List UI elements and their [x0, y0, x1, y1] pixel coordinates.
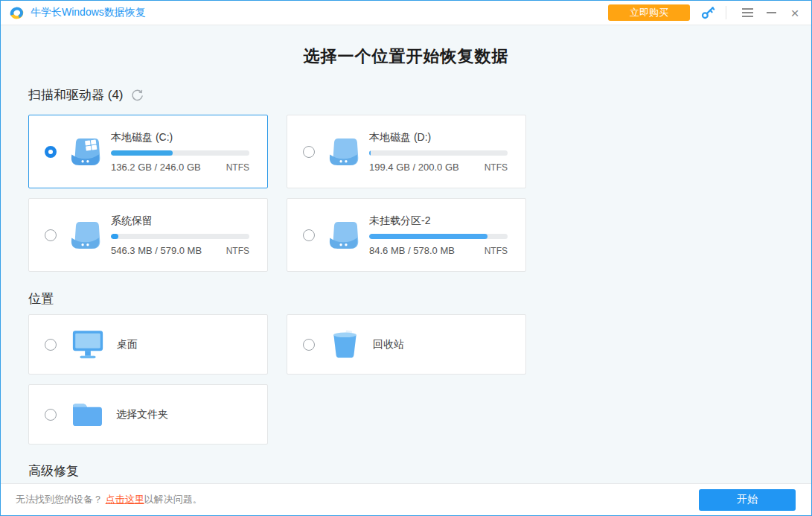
- section-locations: 位置 桌面: [28, 291, 784, 445]
- help-question: 无法找到您的设备？: [16, 494, 103, 505]
- refresh-drives-button[interactable]: [131, 89, 144, 102]
- device-help-text: 无法找到您的设备？ 点击这里以解决问题。: [16, 493, 202, 506]
- capacity-bar: [111, 150, 249, 156]
- location-label: 回收站: [373, 338, 404, 351]
- location-card-grid: 桌面 回收站: [28, 314, 784, 445]
- radio-drive-c[interactable]: [45, 146, 57, 158]
- radio-select-folder[interactable]: [45, 409, 57, 421]
- app-title: 牛学长Windows数据恢复: [31, 6, 146, 19]
- filesystem-label: NTFS: [485, 246, 508, 256]
- drive-card-grid: 本地磁盘 (C:) 136.2 GB / 246.0 GB NTFS: [28, 115, 784, 272]
- drive-size: 546.3 MB / 579.0 MB: [111, 245, 202, 256]
- close-icon: ×: [790, 6, 799, 20]
- radio-unmounted-partition-2[interactable]: [303, 229, 315, 241]
- drive-size: 136.2 GB / 246.0 GB: [111, 162, 201, 173]
- minimize-button[interactable]: [761, 4, 781, 22]
- filesystem-label: NTFS: [226, 246, 249, 256]
- drive-name: 系统保留: [111, 214, 249, 228]
- location-card-select-folder[interactable]: 选择文件夹: [28, 384, 268, 445]
- page-title: 选择一个位置开始恢复数据: [28, 45, 784, 68]
- main-content: 选择一个位置开始恢复数据 扫描和驱动器 (4): [1, 25, 811, 483]
- titlebar: 牛学长Windows数据恢复 立即购买: [1, 1, 811, 25]
- help-suffix: 以解决问题。: [144, 494, 202, 505]
- brand: 牛学长Windows数据恢复: [8, 4, 146, 22]
- drive-card-system-reserved[interactable]: 系统保留 546.3 MB / 579.0 MB NTFS: [28, 198, 268, 272]
- buy-now-button[interactable]: 立即购买: [608, 4, 690, 21]
- app-logo-icon: [8, 4, 25, 22]
- minimize-icon: [767, 12, 776, 13]
- filesystem-label: NTFS: [226, 162, 249, 173]
- footer: 无法找到您的设备？ 点击这里以解决问题。 开始: [1, 483, 811, 515]
- close-button[interactable]: ×: [784, 4, 805, 22]
- drive-name: 本地磁盘 (C:): [111, 131, 249, 144]
- capacity-bar-fill: [369, 150, 371, 156]
- desktop-icon: [71, 329, 105, 360]
- drives-section-title: 扫描和驱动器 (4): [28, 87, 124, 103]
- drive-name: 未挂载分区-2: [369, 214, 508, 228]
- disk-windows-icon: [68, 137, 102, 167]
- drive-size: 84.6 MB / 578.0 MB: [369, 245, 455, 256]
- folder-icon: [71, 401, 104, 428]
- capacity-bar-fill: [111, 234, 118, 239]
- drive-card-local-d[interactable]: 本地磁盘 (D:) 199.4 GB / 200.0 GB NTFS: [287, 115, 526, 188]
- location-card-recycle-bin[interactable]: 回收站: [287, 314, 526, 375]
- app-window: 牛学长Windows数据恢复 立即购买: [0, 0, 812, 516]
- hamburger-icon: [742, 12, 753, 13]
- capacity-bar-fill: [111, 150, 173, 156]
- location-card-desktop[interactable]: 桌面: [28, 314, 268, 375]
- capacity-bar: [111, 234, 249, 239]
- radio-desktop[interactable]: [45, 339, 57, 351]
- capacity-bar-fill: [369, 234, 487, 239]
- titlebar-divider: [726, 6, 726, 19]
- recycle-bin-icon: [329, 328, 361, 360]
- radio-system-reserved[interactable]: [45, 229, 57, 241]
- key-icon: [700, 5, 715, 20]
- drive-card-unmounted-partition-2[interactable]: 未挂载分区-2 84.6 MB / 578.0 MB NTFS: [287, 198, 526, 272]
- radio-drive-d[interactable]: [303, 146, 315, 158]
- radio-recycle-bin[interactable]: [303, 339, 315, 351]
- location-label: 选择文件夹: [116, 408, 168, 421]
- drive-size: 199.4 GB / 200.0 GB: [369, 162, 459, 173]
- drive-name: 本地磁盘 (D:): [369, 131, 508, 144]
- register-key-button[interactable]: [700, 5, 715, 20]
- disk-icon: [68, 220, 102, 250]
- menu-button[interactable]: [737, 4, 758, 22]
- advanced-section-title: 高级修复: [28, 463, 79, 480]
- start-button[interactable]: 开始: [699, 489, 796, 511]
- locations-section-title: 位置: [28, 291, 54, 308]
- section-advanced-repair: 高级修复: [28, 463, 784, 483]
- drive-card-local-c[interactable]: 本地磁盘 (C:) 136.2 GB / 246.0 GB NTFS: [28, 115, 268, 188]
- filesystem-label: NTFS: [485, 162, 508, 173]
- disk-icon: [327, 137, 360, 167]
- capacity-bar: [369, 150, 508, 156]
- capacity-bar: [369, 234, 508, 239]
- location-label: 桌面: [117, 338, 138, 351]
- disk-icon: [327, 220, 360, 250]
- section-drives: 扫描和驱动器 (4): [28, 87, 784, 272]
- click-here-link[interactable]: 点击这里: [106, 494, 144, 505]
